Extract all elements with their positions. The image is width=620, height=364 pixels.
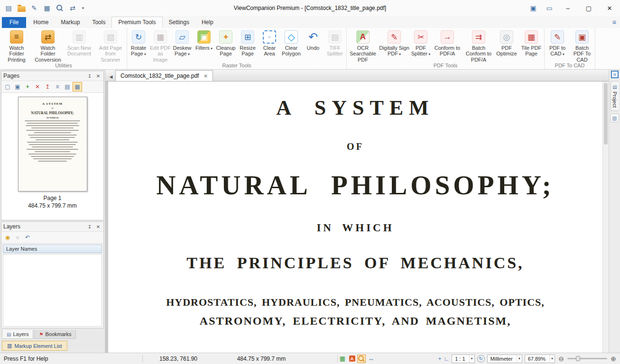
ribbon-button-digitally-sign-pdf[interactable]: ✎ Digitally Sign PDF: [379, 28, 410, 63]
zoom-mode-icon[interactable]: [357, 355, 366, 363]
open-file-icon[interactable]: [16, 2, 27, 14]
copy-page-icon[interactable]: ▢: [3, 82, 12, 91]
workspace-icon[interactable]: ▣: [525, 1, 541, 15]
add-page-from-scanner-icon: ▧: [104, 30, 117, 44]
list-view-icon[interactable]: ▤: [63, 82, 72, 91]
sidebar-tab-layers[interactable]: ▤ Layers: [2, 330, 33, 339]
ribbon-button-pdf-optimize[interactable]: ◎ PDF Optimize: [494, 28, 519, 63]
tab-file[interactable]: File: [2, 17, 26, 28]
sidebar-tab-bookmarks[interactable]: ⚑ Bookmarks: [34, 330, 76, 339]
ribbon-button-resize-page[interactable]: ⊞ Resize Page: [237, 28, 259, 63]
ribbon-button-pdf-splitter[interactable]: ✂ PDF Splitter: [410, 28, 432, 63]
ribbon-button-edit-pdf-as-image: ▦ Edit PDF as Image: [149, 28, 171, 63]
tab-settings[interactable]: Settings: [163, 17, 195, 28]
markup-tools-icon[interactable]: ✎: [28, 2, 40, 14]
ortho-icon[interactable]: ∟: [444, 355, 449, 362]
thumb-text-bar: [33, 158, 72, 159]
ribbon-button-undo[interactable]: ↶ Undo: [302, 28, 324, 63]
display-icon[interactable]: ▭: [541, 1, 557, 15]
close-button[interactable]: ✕: [599, 0, 620, 16]
ribbon-button-filters[interactable]: ▣ Filters: [193, 28, 215, 63]
qat-dropdown-icon[interactable]: ▾: [80, 2, 86, 14]
grid-toggle-icon[interactable]: ▦: [338, 355, 347, 363]
thumbnail-view-icon[interactable]: ▦: [73, 82, 82, 91]
extract-page-icon[interactable]: ↥: [43, 82, 52, 91]
print-preview-icon[interactable]: ▤: [3, 2, 14, 14]
minimize-button[interactable]: –: [557, 0, 578, 16]
insert-page-icon[interactable]: +: [23, 82, 32, 91]
page-thumbnail[interactable]: A SYSTEM OF NATURAL PHILOSOPHY; IN WHICH: [18, 97, 87, 191]
fit-width-icon[interactable]: ↔: [367, 355, 375, 363]
document-viewport[interactable]: A SYSTEM OF NATURAL PHILOSOPHY; IN WHICH…: [105, 82, 609, 353]
project-tab[interactable]: ▤ Project: [611, 81, 619, 111]
notes-icon[interactable]: ▥: [611, 114, 619, 122]
convert-icon[interactable]: ⇄: [67, 2, 78, 14]
zoom-slider-thumb[interactable]: [576, 356, 580, 361]
paste-page-icon[interactable]: ▣: [13, 82, 22, 91]
button-label: Watch Folder Conversion: [33, 45, 63, 63]
layer-list[interactable]: [3, 254, 102, 327]
panel-close-icon[interactable]: ✕: [95, 223, 102, 230]
sidebar-tab-markup-element-list[interactable]: ▥ Markup Element List: [2, 341, 67, 351]
tab-tools[interactable]: Tools: [86, 17, 111, 28]
layer-on-icon[interactable]: ◉: [3, 233, 12, 242]
zoom-value: 67.89%: [528, 356, 546, 362]
zoom-in-icon[interactable]: ⊕: [610, 355, 617, 363]
zoom-select[interactable]: 67.89% ▾: [525, 355, 555, 363]
panel-close-icon[interactable]: ✕: [95, 73, 102, 79]
ribbon-style-icon[interactable]: ≡: [612, 18, 616, 26]
zoom-tool-icon[interactable]: [54, 2, 65, 14]
document-tab-label: Comstock_1832_title_page.pdf: [120, 73, 199, 79]
print-icon[interactable]: ▦: [41, 2, 53, 14]
print-page-icon[interactable]: ≡: [53, 82, 62, 91]
tile-pdf-page-icon: ▦: [525, 30, 538, 44]
button-label: Batch Conform to PDF/A: [463, 45, 494, 63]
ribbon-button-deskew-page[interactable]: ▱ Deskew Page: [171, 28, 193, 63]
ribbon-button-ocr-searchable-pdf[interactable]: A OCR Searchable PDF: [347, 28, 379, 63]
ribbon-button-cleanup-page[interactable]: ✦ Cleanup Page: [215, 28, 237, 63]
ribbon-button-pdf-to-cad[interactable]: ✎ PDF to CAD: [545, 28, 570, 63]
ribbon-button-watch-folder-conversion[interactable]: ⇄ Watch Folder Conversion: [32, 28, 64, 63]
thumb-line: IN WHICH: [46, 117, 58, 119]
document-tab-bar: ◀ Comstock_1832_title_page.pdf ✕: [105, 70, 609, 82]
layer-off-icon[interactable]: ○: [13, 233, 22, 242]
scrollbar-thumb[interactable]: [604, 83, 608, 145]
project-icon: ▤: [612, 84, 617, 90]
tab-help[interactable]: Help: [195, 17, 220, 28]
delete-page-icon[interactable]: ✕: [33, 82, 42, 91]
ribbon-button-tile-pdf-page[interactable]: ▦ Tile PDF Page: [519, 28, 544, 63]
vertical-scrollbar[interactable]: [602, 82, 609, 353]
zoom-out-icon[interactable]: ⊖: [557, 355, 565, 363]
ribbon-button-clear-area[interactable]: ▫ Clear Area: [259, 28, 280, 63]
layer-undo-icon[interactable]: ↶: [23, 233, 32, 242]
document-tab-close-icon[interactable]: ✕: [204, 73, 207, 79]
scale-select[interactable]: 1 : 1 ▾: [452, 355, 474, 363]
tab-scroll-left-icon[interactable]: ◀: [107, 73, 115, 81]
thumb-line: NATURAL PHILOSOPHY;: [31, 111, 74, 115]
button-label: TIFF Splitter: [324, 45, 345, 57]
panel-toggle-icon[interactable]: ⊞: [611, 71, 619, 78]
snap-icon[interactable]: +: [438, 355, 441, 362]
rotate-view-icon[interactable]: ↻: [477, 355, 485, 363]
ribbon-button-watch-folder-printing[interactable]: ≡ Watch Folder Printing: [1, 28, 32, 63]
bookmarks-tab-icon: ⚑: [39, 332, 43, 337]
tab-markup[interactable]: Markup: [55, 17, 86, 28]
maximize-button[interactable]: ▢: [578, 0, 599, 16]
ribbon-button-conform-to-pdfa[interactable]: → Conform to PDF/A: [432, 28, 463, 63]
ribbon-button-batch-conform-to-pdfa[interactable]: ⇉ Batch Conform to PDF/A: [463, 28, 494, 63]
doc-line: OF: [108, 141, 602, 152]
tab-home[interactable]: Home: [27, 17, 55, 28]
unit-select[interactable]: Millimeter ▾: [487, 355, 522, 363]
ribbon-button-batch-pdf-to-cad[interactable]: ▣ Batch PDF To CAD: [570, 28, 594, 63]
ribbon-button-rotate-page[interactable]: ↻ Rotate Page: [128, 28, 149, 63]
ribbon-button-clear-polygon[interactable]: ◇ Clear Polygon: [280, 28, 302, 63]
tab-premium-tools[interactable]: Premium Tools: [111, 17, 162, 28]
title-bar: ▤ ✎ ▦ ⇄ ▾ ViewCompanion Premium - [Comst…: [0, 0, 620, 16]
document-tab[interactable]: Comstock_1832_title_page.pdf ✕: [115, 70, 213, 81]
pin-icon[interactable]: ↧: [86, 223, 93, 230]
zoom-slider[interactable]: [567, 358, 607, 359]
pin-icon[interactable]: ↧: [86, 73, 93, 79]
watch-folder-printing-icon: ≡: [10, 30, 23, 44]
right-panel-strip: ⊞ ▤ Project ▥: [609, 70, 620, 353]
ocr-status-icon[interactable]: A: [348, 355, 356, 363]
